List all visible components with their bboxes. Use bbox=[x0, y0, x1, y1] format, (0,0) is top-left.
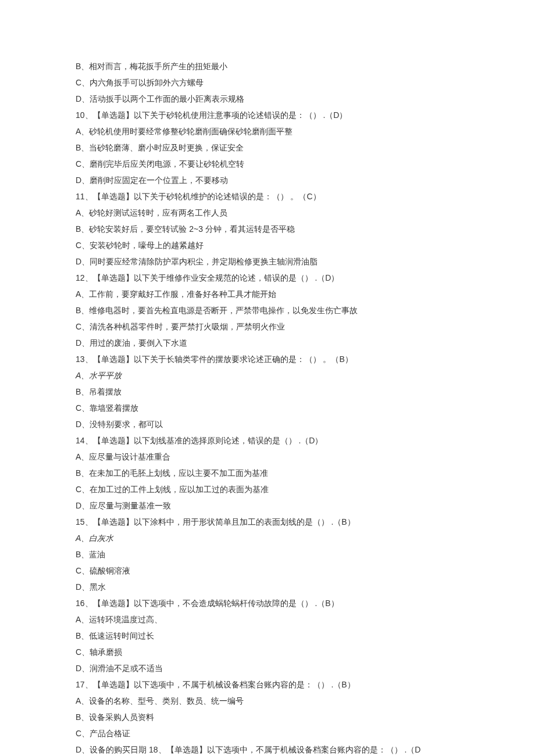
text-line: B、在未加工的毛胚上划线，应以主要不加工面为基准 bbox=[76, 465, 459, 481]
text-line: C、在加工过的工件上划线，应以加工过的表面为基准 bbox=[76, 481, 459, 497]
text-line: B、当砂轮磨薄、磨小时应及时更换，保证安全 bbox=[76, 139, 459, 156]
text-line: 17、【单选题】以下选项中，不属于机械设备档案台账内容的是：（） .（B） bbox=[76, 676, 459, 693]
text-line: A、工作前，要穿戴好工作服，准备好各种工具才能开始 bbox=[76, 286, 459, 302]
text-line: C、硫酸铜溶液 bbox=[76, 562, 459, 579]
text-line: A、砂轮好测试运转时，应有两名工作人员 bbox=[76, 205, 459, 221]
text-line: C、清洗各种机器零件时，要严禁打火吸烟，严禁明火作业 bbox=[76, 318, 459, 335]
text-line: C、产品合格证 bbox=[76, 725, 459, 741]
text-line: D、应尽量与测量基准一致 bbox=[76, 497, 459, 514]
text-line: D、同时要应经常清除防护罩内积尘，并定期检修更换主轴润滑油脂 bbox=[76, 253, 459, 270]
text-line: D、设备的购买日期 18、【单选题】以下选项中，不属于机械设备档案台账内容的是：… bbox=[76, 741, 459, 756]
text-line: 10、【单选题】以下关于砂轮机使用注意事项的论述错误的是：（） .（D） bbox=[76, 107, 459, 123]
text-line: 16、【单选题】以下选项中，不会造成蜗轮蜗杆传动故障的是（） .（B） bbox=[76, 595, 459, 611]
text-line: C、内六角扳手可以拆卸外六方螺母 bbox=[76, 74, 459, 91]
text-line: D、润滑油不足或不适当 bbox=[76, 660, 459, 676]
text-line: D、用过的废油，要倒入下水道 bbox=[76, 335, 459, 351]
text-line: D、磨削时应固定在一个位置上，不要移动 bbox=[76, 172, 459, 188]
text-line: B、蓝油 bbox=[76, 546, 459, 562]
text-line: A、白灰水 bbox=[76, 530, 459, 546]
text-line: 14、【单选题】以下划线基准的选择原则论述，错误的是（） .（D） bbox=[76, 432, 459, 449]
text-line: C、安装砂轮时，嚎母上的越紧越好 bbox=[76, 237, 459, 253]
text-line: B、砂轮安装好后，要空转试验 2~3 分钟，看其运转是否平稳 bbox=[76, 221, 459, 237]
text-line: 11、【单选题】以下关于砂轮机维护的论述错误的是：（） 。（C） bbox=[76, 188, 459, 205]
text-line: 15、【单选题】以下涂料中，用于形状简单且加工的表面划线的是（） .（B） bbox=[76, 514, 459, 530]
text-line: B、设备采购人员资料 bbox=[76, 709, 459, 725]
text-line: A、砂轮机使用时要经常修整砂轮磨削面确保砂轮磨削面平整 bbox=[76, 123, 459, 139]
text-line: D、黑水 bbox=[76, 579, 459, 595]
document-body: B、相对而言，梅花扳手所产生的扭矩最小C、内六角扳手可以拆卸外六方螺母D、活动扳… bbox=[76, 58, 459, 756]
text-line: A、应尽量与设计基准重合 bbox=[76, 449, 459, 465]
text-line: 12、【单选题】以下关于维修作业安全规范的论述，错误的是（） .（D） bbox=[76, 270, 459, 286]
text-line: C、磨削完毕后应关闭电源，不要让砂轮机空转 bbox=[76, 156, 459, 172]
text-line: B、维修电器时，要首先检直电源是否断开，严禁带电操作，以免发生伤亡事故 bbox=[76, 302, 459, 318]
text-line: 13、【单选题】以下关于长轴类零件的摆放要求论述正确的是：（） 。（B） bbox=[76, 351, 459, 367]
text-line: A、运转环境温度过高、 bbox=[76, 611, 459, 628]
text-line: A、设备的名称、型号、类别、数员、统一编号 bbox=[76, 693, 459, 709]
text-line: D、没特别要求，都可以 bbox=[76, 416, 459, 432]
text-line: B、低速运转时间过长 bbox=[76, 628, 459, 644]
text-line: D、活动扳手以两个工作面的最小距离表示规格 bbox=[76, 91, 459, 107]
text-line: B、吊着摆放 bbox=[76, 384, 459, 400]
text-line: C、靠墙竖着摆放 bbox=[76, 400, 459, 416]
text-line: C、轴承磨损 bbox=[76, 644, 459, 660]
text-line: B、相对而言，梅花扳手所产生的扭矩最小 bbox=[76, 58, 459, 74]
text-line: A、水平平放 bbox=[76, 367, 459, 384]
